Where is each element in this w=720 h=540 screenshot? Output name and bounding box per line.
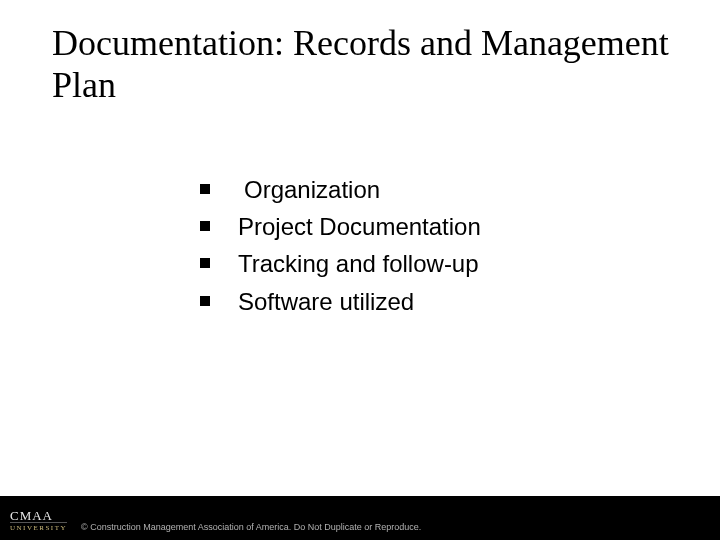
- slide-title: Documentation: Records and Management Pl…: [52, 22, 672, 107]
- list-item-text: Software utilized: [238, 286, 414, 317]
- square-bullet-icon: [200, 184, 210, 194]
- slide: Documentation: Records and Management Pl…: [0, 0, 720, 540]
- footer-logo: CMAA UNIVERSITY: [10, 509, 67, 534]
- logo-bottom-text: UNIVERSITY: [10, 522, 67, 534]
- square-bullet-icon: [200, 221, 210, 231]
- list-item-text: Project Documentation: [238, 211, 481, 242]
- list-item: Organization: [200, 174, 660, 205]
- square-bullet-icon: [200, 258, 210, 268]
- copyright-text: © Construction Management Association of…: [81, 522, 421, 534]
- bullet-list: Organization Project Documentation Track…: [200, 174, 660, 323]
- logo-top-text: CMAA: [10, 509, 53, 522]
- list-item: Project Documentation: [200, 211, 660, 242]
- footer-bar: CMAA UNIVERSITY © Construction Managemen…: [0, 496, 720, 540]
- list-item-text: Organization: [244, 174, 380, 205]
- square-bullet-icon: [200, 296, 210, 306]
- list-item-text: Tracking and follow-up: [238, 248, 479, 279]
- list-item: Tracking and follow-up: [200, 248, 660, 279]
- list-item: Software utilized: [200, 286, 660, 317]
- footer-inner: CMAA UNIVERSITY © Construction Managemen…: [0, 496, 720, 540]
